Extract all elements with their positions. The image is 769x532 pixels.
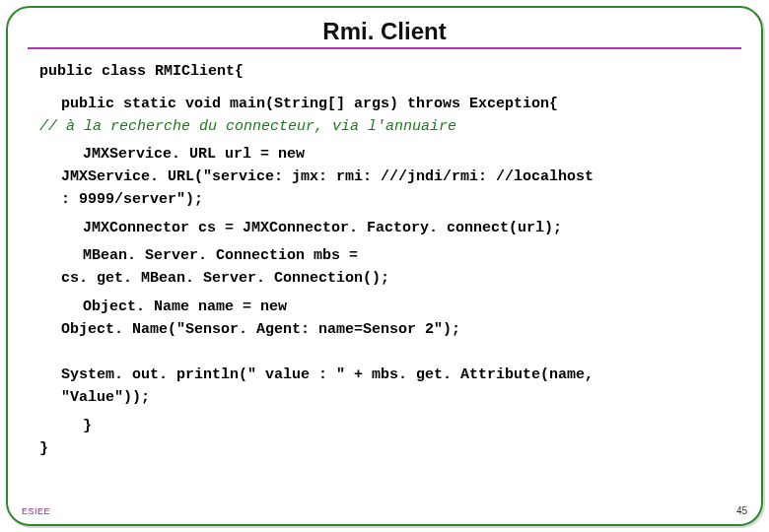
code-line: JMXService. URL("service: jmx: rmi: ///j… [39,168,730,187]
code-line: JMXService. URL url = new [39,146,730,165]
code-line: Object. Name("Sensor. Agent: name=Sensor… [39,321,730,340]
code-line: cs. get. MBean. Server. Connection(); [39,270,730,289]
code-line: MBean. Server. Connection mbs = [39,247,730,266]
code-line: public class RMIClient{ [39,63,730,82]
footer-brand: ESIEE [22,506,50,516]
code-comment: // à la recherche du connecteur, via l'a… [39,118,730,137]
code-line: JMXConnector cs = JMXConnector. Factory.… [39,220,730,238]
code-line: public static void main(String[] args) t… [39,96,730,114]
code-line: System. out. println(" value : " + mbs. … [39,366,730,385]
title-divider [28,47,741,49]
code-line: } [39,440,730,459]
code-line: Object. Name name = new [39,299,730,317]
slide-number: 45 [736,505,747,516]
code-line: : 9999/server"); [39,191,730,210]
slide-frame: Rmi. Client public class RMIClient{ publ… [6,6,763,526]
code-content: public class RMIClient{ public static vo… [8,63,761,458]
code-line: } [39,418,730,436]
code-line: "Value")); [39,389,730,408]
slide-title: Rmi. Client [8,18,761,45]
